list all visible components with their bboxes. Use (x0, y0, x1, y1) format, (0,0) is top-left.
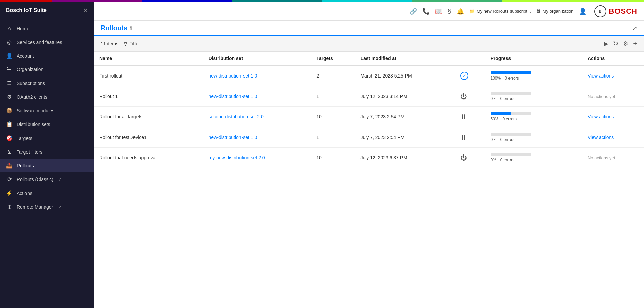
row-4-progress-pct: 0% (491, 158, 496, 162)
subscription-icon: 📁 (469, 9, 475, 14)
rollouts-classic-external-icon: ↗ (59, 177, 62, 182)
row-2-name: Rollout for all targets (94, 107, 203, 127)
row-3-targets: 1 (311, 127, 355, 148)
share-icon[interactable]: 🔗 (410, 8, 417, 15)
row-4-distribution-set-link[interactable]: my-new-distribution-set:2.0 (209, 155, 265, 160)
add-rollout-button[interactable]: + (633, 39, 637, 48)
book-icon[interactable]: 📖 (435, 8, 442, 15)
bosch-logo: B BOSCH (594, 5, 637, 17)
bell-icon[interactable]: 🔔 (457, 8, 464, 15)
row-2-status-icon[interactable]: ⏸ (460, 113, 467, 120)
main-content: 🔗 📞 📖 § 🔔 📁 My new Rollouts subscript...… (94, 2, 644, 308)
row-1-progress-errors: 0 errors (500, 96, 514, 101)
row-1-distribution-set: new-distribution-set:1.0 (203, 86, 311, 107)
account-icon: 👤 (6, 53, 13, 59)
row-3-status[interactable]: ⏸ (455, 127, 485, 148)
sidebar-item-home[interactable]: ⌂Home (0, 22, 94, 35)
row-4-targets: 10 (311, 148, 355, 168)
actions-icon: ⚡ (6, 190, 13, 196)
subscriptions-icon: ☰ (6, 80, 13, 86)
row-3-distribution-set: new-distribution-set:1.0 (203, 127, 311, 148)
row-0-status[interactable]: ✓ (455, 65, 485, 86)
remote-manager-icon: ⊕ (6, 204, 13, 210)
sidebar-item-rollouts-classic[interactable]: ⟳Rollouts (Classic)↗ (0, 172, 94, 186)
row-0-distribution-set: new-distribution-set:1.0 (203, 65, 311, 86)
rollouts-classic-icon: ⟳ (6, 176, 13, 183)
billing-icon[interactable]: § (448, 8, 451, 15)
organization-icon: 🏛 (6, 66, 13, 72)
toolbar-left: 11 items ▽ Filter (101, 41, 140, 46)
row-2-actions[interactable]: View actions (582, 107, 644, 127)
row-0-status-icon[interactable]: ✓ (460, 72, 468, 80)
row-3-status-icon[interactable]: ⏸ (460, 134, 467, 141)
sidebar-item-organization[interactable]: 🏛Organization (0, 63, 94, 76)
row-0-targets: 2 (311, 65, 355, 86)
row-1-status-icon[interactable]: ⏻ (460, 93, 467, 100)
sidebar-item-targets[interactable]: 🎯Targets (0, 131, 94, 145)
row-4-name: Rollout that needs approval (94, 148, 203, 168)
table-row: First rolloutnew-distribution-set:1.02Ma… (94, 65, 644, 86)
row-0-progress-bar-fill (491, 71, 531, 74)
page-title: Rollouts (101, 24, 127, 32)
row-0-distribution-set-link[interactable]: new-distribution-set:1.0 (209, 73, 257, 79)
row-1-progress-bar-container (491, 92, 531, 95)
row-0-last-modified: March 21, 2023 5:25 PM (355, 65, 455, 86)
org-selector[interactable]: 🏛 My organization (536, 9, 574, 14)
row-0-progress-errors: 0 errors (505, 76, 519, 81)
row-2-status[interactable]: ⏸ (455, 107, 485, 127)
row-3-progress-pct: 0% (491, 137, 496, 142)
row-2-targets: 10 (311, 107, 355, 127)
play-button[interactable]: ▶ (604, 40, 608, 47)
row-4-status[interactable]: ⏻ (455, 148, 485, 168)
table-row: Rollout for testDevice1new-distribution-… (94, 127, 644, 148)
row-4-progress: 0%0 errors (485, 148, 582, 168)
row-2-progress-errors: 0 errors (503, 117, 517, 121)
filter-button[interactable]: ▽ Filter (124, 41, 140, 46)
settings-button[interactable]: ⚙ (623, 40, 628, 47)
sidebar-item-remote-manager[interactable]: ⊕Remote Manager↗ (0, 200, 94, 214)
sidebar-close-button[interactable]: ✕ (83, 7, 88, 14)
info-icon[interactable]: ℹ (130, 25, 132, 31)
phone-icon[interactable]: 📞 (422, 8, 430, 15)
col-targets: Targets (311, 52, 355, 65)
maximize-button[interactable]: ⤢ (632, 24, 637, 32)
row-3-actions[interactable]: View actions (582, 127, 644, 148)
col-progress: Progress (485, 52, 582, 65)
sidebar-item-software-modules[interactable]: 📦Software modules (0, 104, 94, 117)
services-icon: ◎ (6, 39, 13, 45)
sidebar-item-oauth2clients[interactable]: ⚙OAuth2 clients (0, 90, 94, 104)
filter-label: Filter (129, 41, 140, 46)
subscription-selector[interactable]: 📁 My new Rollouts subscript... (469, 9, 531, 14)
sidebar-item-account[interactable]: 👤Account (0, 49, 94, 63)
row-1-last-modified: July 12, 2023 3:14 PM (355, 86, 455, 107)
table-row: Rollout for all targetssecond-distributi… (94, 107, 644, 127)
sidebar-item-actions[interactable]: ⚡Actions (0, 186, 94, 200)
software-modules-label: Software modules (17, 108, 54, 113)
row-1-targets: 1 (311, 86, 355, 107)
refresh-button[interactable]: ↻ (613, 40, 618, 47)
user-icon[interactable]: 👤 (579, 8, 586, 15)
organization-label: Organization (17, 67, 43, 72)
account-label: Account (17, 53, 34, 59)
row-1-distribution-set-link[interactable]: new-distribution-set:1.0 (209, 94, 257, 99)
sidebar-item-subscriptions[interactable]: ☰Subscriptions (0, 76, 94, 90)
oauth2clients-icon: ⚙ (6, 94, 13, 100)
minimize-button[interactable]: − (625, 24, 628, 32)
sidebar-item-distribution-sets[interactable]: 📋Distribution sets (0, 117, 94, 131)
row-4-status-icon[interactable]: ⏻ (460, 154, 467, 161)
row-3-distribution-set-link[interactable]: new-distribution-set:1.0 (209, 135, 257, 140)
row-3-name: Rollout for testDevice1 (94, 127, 203, 148)
row-2-distribution-set-link[interactable]: second-distribution-set:2.0 (209, 114, 264, 119)
row-0-actions[interactable]: View actions (582, 65, 644, 86)
toolbar: 11 items ▽ Filter ▶ ↻ ⚙ + (94, 36, 644, 52)
row-1-status[interactable]: ⏻ (455, 86, 485, 107)
page-content: Rollouts ℹ − ⤢ 11 items ▽ Filter (94, 21, 644, 308)
sidebar-item-target-filters[interactable]: ⊻Target filters (0, 145, 94, 159)
row-4-actions: No actions yet (582, 148, 644, 168)
software-modules-icon: 📦 (6, 107, 13, 114)
sidebar-item-services[interactable]: ◎Services and features (0, 35, 94, 49)
sidebar-item-rollouts[interactable]: 📤Rollouts (0, 159, 94, 172)
row-1-name: Rollout 1 (94, 86, 203, 107)
remote-manager-label: Remote Manager (17, 204, 53, 210)
row-3-last-modified: July 7, 2023 2:54 PM (355, 127, 455, 148)
